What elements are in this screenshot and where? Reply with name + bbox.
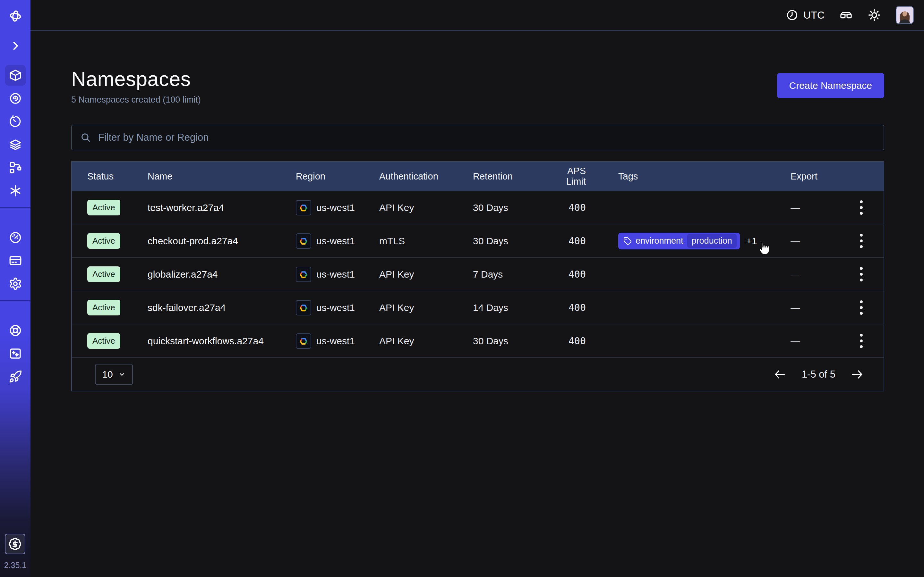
sidebar-item-lens[interactable] — [5, 88, 26, 109]
tag-badge[interactable]: environment production — [618, 233, 740, 250]
previous-page-button[interactable] — [773, 367, 787, 382]
sidebar-item-nexus[interactable] — [5, 181, 26, 201]
status-badge: Active — [87, 300, 120, 316]
app-version: 2.35.1 — [4, 561, 27, 570]
sidebar-item-workflows[interactable] — [5, 157, 26, 178]
cube-icon — [9, 69, 22, 82]
timer-icon — [9, 115, 22, 128]
sidebar-item-settings[interactable] — [5, 274, 26, 294]
credit-card-icon — [9, 254, 22, 268]
lens-icon — [9, 92, 22, 105]
search-icon — [80, 132, 91, 143]
table-row: Active checkout-prod.a27a4 us-west1 mTLS… — [72, 224, 884, 258]
column-header-name: Name — [148, 171, 296, 182]
timezone-selector[interactable]: UTC — [786, 9, 825, 21]
aps-limit-cell: 400 — [546, 335, 618, 347]
region-label: us-west1 — [317, 202, 355, 213]
gcp-cloud-icon — [296, 234, 311, 249]
export-cell: — — [790, 335, 838, 347]
aps-limit-cell: 400 — [546, 269, 618, 280]
chevron-down-icon — [118, 371, 126, 378]
page-subtitle: 5 Namespaces created (100 limit) — [71, 95, 201, 105]
row-menu-button[interactable] — [857, 197, 866, 218]
sidebar-nav-help — [5, 320, 26, 390]
namespace-link[interactable]: checkout-prod.a27a4 — [148, 235, 238, 246]
retention-cell: 30 Days — [473, 335, 546, 347]
auth-cell: API Key — [379, 335, 473, 347]
gcp-cloud-icon — [296, 267, 311, 282]
billing-usage-button[interactable] — [5, 534, 25, 554]
sidebar-item-billing[interactable] — [5, 250, 26, 271]
lifebuoy-icon — [9, 324, 22, 337]
retention-cell: 30 Days — [473, 235, 546, 247]
tag-value: production — [687, 234, 737, 248]
table-footer: 10 1-5 of 5 — [72, 358, 884, 391]
gcp-cloud-icon — [296, 200, 311, 215]
namespace-link[interactable]: quickstart-workflows.a27a4 — [148, 335, 264, 346]
workflow-icon — [9, 161, 22, 174]
user-avatar[interactable] — [896, 6, 914, 24]
filter-input[interactable] — [98, 132, 875, 143]
status-badge: Active — [87, 233, 120, 249]
layers-icon — [9, 138, 22, 151]
export-cell: — — [790, 302, 838, 313]
table-row: Active test-worker.a27a4 us-west1 API Ke… — [72, 191, 884, 224]
auth-cell: mTLS — [379, 235, 473, 247]
region-label: us-west1 — [317, 335, 355, 347]
rocket-icon — [9, 370, 22, 384]
aps-limit-cell: 400 — [546, 202, 618, 213]
topbar: UTC — [31, 0, 924, 31]
sidebar-nav-account — [5, 227, 26, 297]
region-label: us-west1 — [317, 269, 355, 280]
badge-dollar-icon — [8, 537, 22, 551]
gauge-icon — [9, 231, 22, 244]
export-cell: — — [790, 269, 838, 280]
create-namespace-button[interactable]: Create Namespace — [777, 73, 884, 98]
namespace-link[interactable]: globalizer.a27a4 — [148, 269, 218, 279]
namespaces-table: Status Name Region Authentication Retent… — [71, 161, 884, 392]
table-row: Active sdk-failover.a27a4 us-west1 API K… — [72, 291, 884, 324]
glasses-icon[interactable] — [839, 8, 853, 22]
tag-icon — [624, 237, 632, 245]
sidebar-item-whats-new[interactable] — [5, 343, 26, 364]
sidebar-expand-chevron-icon[interactable] — [10, 40, 21, 52]
next-page-button[interactable] — [850, 367, 864, 382]
theme-toggle-sun-icon[interactable] — [867, 8, 881, 22]
row-menu-button[interactable] — [857, 330, 866, 351]
auth-cell: API Key — [379, 269, 473, 280]
sidebar-item-schedules[interactable] — [5, 111, 26, 132]
auth-cell: API Key — [379, 202, 473, 213]
asterisk-icon — [9, 184, 22, 197]
tags-more-count: +1 — [746, 235, 757, 247]
row-menu-button[interactable] — [857, 297, 866, 318]
table-header-row: Status Name Region Authentication Retent… — [72, 162, 884, 191]
status-badge: Active — [87, 200, 120, 215]
sidebar-item-getting-started[interactable] — [5, 366, 26, 387]
row-menu-button[interactable] — [857, 230, 866, 251]
temporal-logo-icon[interactable] — [8, 9, 23, 23]
namespace-link[interactable]: test-worker.a27a4 — [148, 202, 224, 213]
region-label: us-west1 — [317, 302, 355, 313]
tablet-sparkles-icon — [9, 347, 22, 360]
status-badge: Active — [87, 333, 120, 349]
sidebar-item-namespaces[interactable] — [5, 65, 26, 85]
namespace-link[interactable]: sdk-failover.a27a4 — [148, 302, 226, 313]
page-size-select[interactable]: 10 — [95, 364, 133, 385]
row-menu-button[interactable] — [857, 264, 866, 285]
sidebar-item-deployments[interactable] — [5, 134, 26, 155]
sidebar-divider — [0, 300, 31, 301]
pagination-range: 1-5 of 5 — [802, 369, 835, 380]
tag-key: environment — [636, 236, 683, 246]
page-size-value: 10 — [102, 369, 113, 380]
tags-expand-chevron-icon[interactable] — [764, 236, 773, 246]
sidebar-item-usage[interactable] — [5, 227, 26, 248]
pagination: 1-5 of 5 — [773, 367, 864, 382]
sidebar-nav — [5, 65, 26, 203]
column-header-status: Status — [72, 171, 148, 182]
status-badge: Active — [87, 266, 120, 282]
aps-limit-cell: 400 — [546, 235, 618, 247]
sidebar-item-support[interactable] — [5, 320, 26, 341]
gcp-cloud-icon — [296, 334, 311, 349]
gear-icon — [9, 277, 22, 290]
table-row: Active quickstart-workflows.a27a4 us-wes… — [72, 324, 884, 358]
